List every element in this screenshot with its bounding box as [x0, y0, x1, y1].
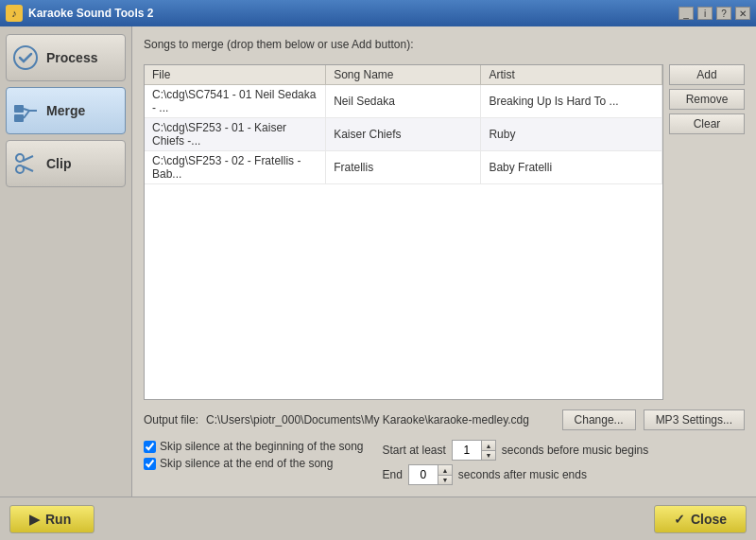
title-bar: ♪ Karaoke Sound Tools 2 _ i ? ✕: [0, 0, 756, 26]
end-spinner-suffix: seconds after music ends: [458, 468, 587, 481]
cell-songname: Kaiser Chiefs: [326, 118, 481, 151]
output-row: Output file: C:\Users\piotr_000\Document…: [144, 409, 745, 430]
header-label: Songs to merge (drop them below or use A…: [144, 38, 745, 51]
start-spinner-down[interactable]: ▼: [482, 450, 495, 460]
sidebar-item-merge[interactable]: Merge: [6, 87, 126, 134]
add-button[interactable]: Add: [669, 64, 745, 85]
process-label: Process: [46, 50, 97, 65]
start-spinner-up[interactable]: ▲: [482, 441, 495, 450]
song-table-container: File Song Name Artist C:\cdg\SC7541 - 01…: [144, 64, 663, 400]
bottom-bar: ▶ Run ✓ Close: [0, 496, 756, 540]
output-path: C:\Users\piotr_000\Documents\My Karaoke\…: [206, 413, 555, 427]
cell-songname: Fratellis: [326, 151, 481, 184]
clip-label: Clip: [46, 156, 71, 171]
end-spinner-input[interactable]: [409, 467, 438, 482]
cell-artist: Baby Fratelli: [481, 151, 662, 184]
table-row[interactable]: C:\cdg\SC7541 - 01 Neil Sedaka - ... Nei…: [145, 85, 662, 118]
close-label: Close: [691, 512, 727, 527]
checkbox-group: Skip silence at the beginning of the son…: [144, 440, 363, 470]
main-window: Process Merge: [0, 26, 756, 540]
clip-icon: [10, 148, 41, 179]
process-icon: [10, 43, 41, 73]
change-button[interactable]: Change...: [562, 409, 636, 430]
table-section: File Song Name Artist C:\cdg\SC7541 - 01…: [144, 64, 745, 400]
table-row[interactable]: C:\cdg\SF253 - 02 - Fratellis - Bab... F…: [145, 151, 662, 184]
skip-start-label: Skip silence at the beginning of the son…: [160, 440, 363, 453]
window-title: Karaoke Sound Tools 2: [28, 7, 153, 20]
merge-label: Merge: [46, 103, 85, 118]
svg-rect-2: [14, 114, 24, 122]
merge-icon: [10, 96, 41, 126]
content-area: Process Merge: [0, 26, 756, 496]
cell-artist: Ruby: [481, 118, 662, 151]
svg-point-3: [16, 154, 24, 162]
close-button-bottom[interactable]: ✓ Close: [654, 505, 747, 533]
app-icon: ♪: [6, 5, 23, 22]
end-spinner-label: End: [382, 468, 402, 481]
end-spinner-arrows: ▲ ▼: [438, 465, 452, 484]
start-spinner-wrap: ▲ ▼: [452, 440, 496, 461]
skip-end-checkbox[interactable]: [144, 458, 156, 470]
sidebar-item-clip[interactable]: Clip: [6, 140, 126, 187]
skip-end-label: Skip silence at the end of the song: [160, 457, 333, 470]
cell-artist: Breaking Up Is Hard To ...: [481, 85, 662, 118]
help-button[interactable]: ?: [716, 7, 731, 20]
col-header-songname: Song Name: [326, 65, 481, 85]
sidebar: Process Merge: [0, 26, 132, 496]
table-row[interactable]: C:\cdg\SF253 - 01 - Kaiser Chiefs -... K…: [145, 118, 662, 151]
close-icon: ✓: [674, 512, 685, 527]
skip-start-checkbox[interactable]: [144, 441, 156, 453]
start-spinner-arrows: ▲ ▼: [481, 441, 495, 460]
svg-rect-1: [14, 105, 24, 113]
start-spinner-row: Start at least ▲ ▼ seconds before music …: [382, 440, 648, 461]
start-spinner-label: Start at least: [382, 444, 445, 457]
end-spinner-up[interactable]: ▲: [438, 465, 452, 475]
col-header-file: File: [145, 65, 326, 85]
cell-file: C:\cdg\SF253 - 02 - Fratellis - Bab...: [145, 151, 326, 184]
end-spinner-row: End ▲ ▼ seconds after music ends: [382, 464, 648, 485]
output-label: Output file:: [144, 413, 198, 427]
close-button[interactable]: ✕: [735, 7, 750, 20]
end-spinner-wrap: ▲ ▼: [408, 464, 453, 485]
window-controls: _ i ? ✕: [679, 7, 750, 20]
start-spinner-input[interactable]: [453, 443, 481, 458]
svg-point-0: [14, 46, 37, 69]
run-icon: ▶: [29, 512, 40, 527]
skip-end-row[interactable]: Skip silence at the end of the song: [144, 457, 363, 470]
svg-point-4: [16, 165, 24, 173]
skip-start-row[interactable]: Skip silence at the beginning of the son…: [144, 440, 363, 453]
run-label: Run: [45, 512, 71, 527]
start-spinner-suffix: seconds before music begins: [502, 444, 648, 457]
mp3-settings-button[interactable]: MP3 Settings...: [644, 409, 745, 430]
cell-songname: Neil Sedaka: [326, 85, 481, 118]
remove-button[interactable]: Remove: [669, 89, 745, 110]
col-header-artist: Artist: [481, 65, 662, 85]
right-panel: Songs to merge (drop them below or use A…: [132, 26, 756, 496]
minimize-button[interactable]: _: [679, 7, 694, 20]
song-table: File Song Name Artist C:\cdg\SC7541 - 01…: [145, 65, 662, 184]
options-area: Skip silence at the beginning of the son…: [144, 440, 745, 485]
clear-button[interactable]: Clear: [669, 113, 745, 134]
cell-file: C:\cdg\SC7541 - 01 Neil Sedaka - ...: [145, 85, 326, 118]
info-button[interactable]: i: [697, 7, 713, 20]
cell-file: C:\cdg\SF253 - 01 - Kaiser Chiefs -...: [145, 118, 326, 151]
table-buttons: Add Remove Clear: [669, 64, 745, 400]
sidebar-item-process[interactable]: Process: [6, 34, 126, 81]
spinner-group: Start at least ▲ ▼ seconds before music …: [382, 440, 648, 485]
run-button[interactable]: ▶ Run: [9, 505, 94, 533]
end-spinner-down[interactable]: ▼: [438, 475, 452, 484]
